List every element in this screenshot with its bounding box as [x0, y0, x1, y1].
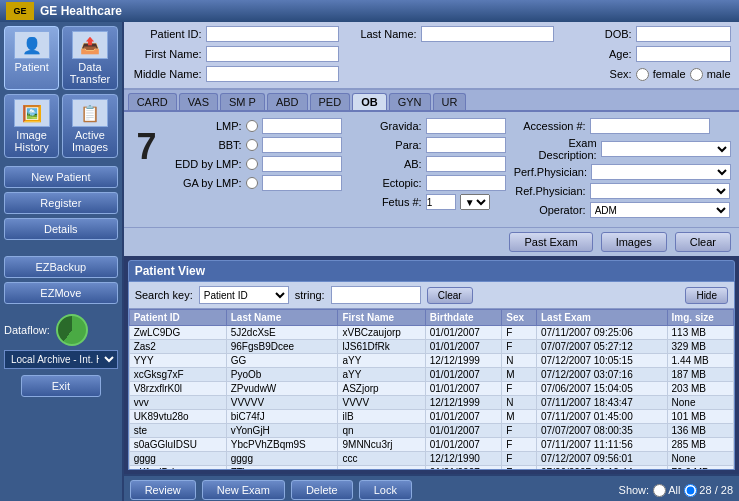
para-input[interactable] [426, 137, 506, 153]
table-cell-5: 07/12/2007 03:07:16 [536, 368, 667, 382]
sidebar-item-data-transfer[interactable]: 📤 Data Transfer [62, 26, 117, 90]
fetus-select[interactable]: ▼ [460, 194, 490, 210]
active-images-icon: 📋 [72, 99, 108, 127]
table-cell-6: 101 MB [667, 410, 733, 424]
ezmove-button[interactable]: EZMove [4, 282, 118, 304]
table-row[interactable]: YYYGGaYY12/12/1999N07/12/2007 10:05:151.… [129, 354, 733, 368]
table-row[interactable]: qKfyelDrbZTi01/01/2007F07/06/2007 16:12:… [129, 466, 733, 470]
ab-input[interactable] [426, 156, 506, 172]
table-header-last-name[interactable]: Last Name [226, 310, 338, 326]
lmp-radio[interactable] [246, 120, 258, 132]
bbt-radio[interactable] [246, 139, 258, 151]
show-all-radio[interactable] [653, 484, 666, 497]
table-header-first-name[interactable]: First Name [338, 310, 425, 326]
table-row[interactable]: xcGksg7xFPyoObaYY01/01/2007M07/12/2007 0… [129, 368, 733, 382]
tab-vas[interactable]: VAS [179, 93, 218, 110]
tab-ob[interactable]: OB [352, 93, 387, 110]
sidebar-item-image-history[interactable]: 🖼️ Image History [4, 94, 59, 158]
tab-smp[interactable]: SM P [220, 93, 265, 110]
exam-desc-select[interactable] [601, 141, 731, 157]
search-string-input[interactable] [331, 286, 421, 304]
table-header-last-exam[interactable]: Last Exam [536, 310, 667, 326]
sex-female-radio[interactable] [636, 68, 649, 81]
table-row[interactable]: Zas296FgsB9DceelJS61DfRk01/01/2007F07/07… [129, 340, 733, 354]
images-button[interactable]: Images [601, 232, 667, 252]
table-row[interactable]: vvvVVVVVVVVV12/12/1999N07/11/2007 18:43:… [129, 396, 733, 410]
table-header-img-size[interactable]: Img. size [667, 310, 733, 326]
gravida-input[interactable] [426, 118, 506, 134]
table-cell-4: F [502, 438, 537, 452]
accession-input[interactable] [590, 118, 710, 134]
sidebar-item-patient[interactable]: 👤 Patient [4, 26, 59, 90]
table-cell-4: F [502, 340, 537, 354]
ectopic-label: Ectopic: [350, 177, 422, 189]
perf-physician-select[interactable] [591, 164, 731, 180]
ezbackup-button[interactable]: EZBackup [4, 256, 118, 278]
delete-button[interactable]: Delete [291, 480, 353, 500]
table-cell-1: 5J2dcXsE [226, 326, 338, 340]
age-input[interactable] [636, 46, 731, 62]
past-exam-button[interactable]: Past Exam [509, 232, 592, 252]
table-cell-3: 01/01/2007 [425, 368, 502, 382]
ref-physician-select[interactable] [590, 183, 730, 199]
tab-gyn[interactable]: GYN [389, 93, 431, 110]
ga-radio[interactable] [246, 177, 258, 189]
lmp-input[interactable] [262, 118, 342, 134]
edd-input[interactable] [262, 156, 342, 172]
dob-input[interactable] [636, 26, 731, 42]
table-row[interactable]: stevYonGjHqn01/01/2007F07/07/2007 08:00:… [129, 424, 733, 438]
table-cell-1: ZPvudwW [226, 382, 338, 396]
table-header-sex[interactable]: Sex [502, 310, 537, 326]
bbt-input[interactable] [262, 137, 342, 153]
operator-select[interactable]: ADM [590, 202, 730, 218]
lock-button[interactable]: Lock [359, 480, 412, 500]
tab-ped[interactable]: PED [310, 93, 351, 110]
table-cell-6: 79.0 MB [667, 466, 733, 470]
table-header-row: Patient IDLast NameFirst NameBirthdateSe… [129, 310, 733, 326]
details-button[interactable]: Details [4, 218, 118, 240]
table-cell-6: 329 MB [667, 340, 733, 354]
middle-name-input[interactable] [206, 66, 339, 82]
table-cell-0: gggg [129, 452, 226, 466]
table-row[interactable]: ZwLC9DG5J2dcXsExVBCzaujorp01/01/2007F07/… [129, 326, 733, 340]
table-row[interactable]: ggggggggccc12/12/1990F07/12/2007 09:56:0… [129, 452, 733, 466]
patient-id-input[interactable] [206, 26, 339, 42]
first-name-input[interactable] [206, 46, 339, 62]
table-cell-2: ASZjorp [338, 382, 425, 396]
table-row[interactable]: V8rzxflrK0lZPvudwWASZjorp01/01/2007F07/0… [129, 382, 733, 396]
table-cell-6: 187 MB [667, 368, 733, 382]
table-header-birthdate[interactable]: Birthdate [425, 310, 502, 326]
show-section: Show: All 28 / 28 [619, 484, 733, 497]
tab-card[interactable]: CARD [128, 93, 177, 110]
new-exam-button[interactable]: New Exam [202, 480, 285, 500]
new-patient-button[interactable]: New Patient [4, 166, 118, 188]
table-cell-0: ZwLC9DG [129, 326, 226, 340]
sidebar-item-active-images[interactable]: 📋 Active Images [62, 94, 117, 158]
search-key-select[interactable]: Patient ID [199, 286, 289, 304]
table-header-patient-id[interactable]: Patient ID [129, 310, 226, 326]
edd-radio[interactable] [246, 158, 258, 170]
dataflow-label: Dataflow: [4, 324, 50, 336]
local-archive-select[interactable]: Local Archive - Int. HD [4, 350, 118, 369]
register-button[interactable]: Register [4, 192, 118, 214]
sex-male-radio[interactable] [690, 68, 703, 81]
table-row[interactable]: UK89vtu28obiC74fJilB01/01/2007M07/11/200… [129, 410, 733, 424]
tab-ur[interactable]: UR [433, 93, 467, 110]
patient-table-scroll[interactable]: Patient IDLast NameFirst NameBirthdateSe… [129, 309, 734, 469]
tab-abd[interactable]: ABD [267, 93, 308, 110]
review-button[interactable]: Review [130, 480, 196, 500]
last-name-input[interactable] [421, 26, 554, 42]
show-count-radio[interactable] [684, 484, 697, 497]
patient-icon: 👤 [14, 31, 50, 59]
bottom-bar: Review New Exam Delete Lock Show: All 28… [124, 474, 739, 501]
search-clear-button[interactable]: Clear [427, 287, 473, 304]
ectopic-input[interactable] [426, 175, 506, 191]
clear-button[interactable]: Clear [675, 232, 731, 252]
ga-input[interactable] [262, 175, 342, 191]
para-label: Para: [350, 139, 422, 151]
exit-button[interactable]: Exit [21, 375, 101, 397]
ref-physician-label: Ref.Physician: [514, 185, 586, 197]
table-row[interactable]: s0aGGluIDSUYbcPVhZBqm9S9MNNcu3rj01/01/20… [129, 438, 733, 452]
fetus-input[interactable] [426, 194, 456, 210]
hide-button[interactable]: Hide [685, 287, 728, 304]
